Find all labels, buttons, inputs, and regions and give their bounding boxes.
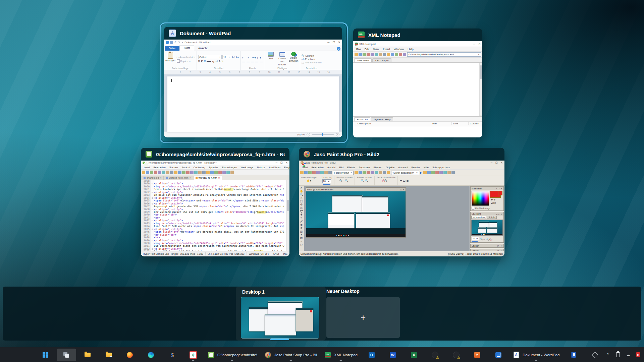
tab-error-list[interactable]: Error List [354,117,370,121]
xml-menu-insert[interactable]: Insert [381,47,392,51]
taskbar-edge[interactable] [141,349,161,361]
taskbar-frame-app[interactable] [489,349,508,361]
minimize-button[interactable]: ─ [327,41,329,44]
psp-stop-icon[interactable] [447,171,451,174]
psp-save-icon[interactable] [316,171,320,174]
increase-indent-icon[interactable]: ⇥≡ [247,56,251,59]
save-icon[interactable] [170,41,173,44]
taskbar-file-explorer[interactable] [78,349,97,361]
psp-menu-bearbeiten[interactable]: Bearbeiten [310,166,325,169]
npp-close-icon[interactable] [158,171,161,174]
taskbar-onedrive-folder[interactable]: ☁ [99,349,118,361]
xml-redo-icon[interactable] [371,53,374,56]
psp-menu-effekte[interactable]: Effekte [345,166,357,169]
xml-nudge-down-icon[interactable] [395,53,398,56]
taskview-window-wordpad[interactable]: A Dokument - WordPad ↶ ↷ ▼ Dokument - Wo… [164,27,342,137]
npp-menu-bearbeiten[interactable]: Bearbeiten [152,166,167,169]
tool-freehand-icon[interactable]: ➰ [300,210,303,213]
taskbar-formula-app[interactable]: ψ [183,349,203,361]
align-right-icon[interactable] [251,60,254,62]
col-column[interactable]: Column [468,122,479,125]
npp-save-icon[interactable] [150,171,153,174]
script-select-dropdown[interactable]: <Skript auswählen>▼ [391,171,419,175]
xml-menu-edit[interactable]: Edit [363,47,371,51]
tool-crop-icon[interactable]: ⬚ [300,200,303,203]
tool-selection-icon[interactable]: ▭ [300,206,303,209]
insert-object-button[interactable]: Objekt einfügen [288,52,299,66]
cut-button[interactable]: ✂Ausschneiden [177,56,195,59]
background-color-swatch[interactable] [498,191,502,195]
npp-tab-wprosa-fq-n-htm[interactable]: wprosa_fq-n.htm✕ [194,176,222,180]
wordpad-quick-access-toolbar[interactable]: ↶ ↷ ▼ [166,41,183,44]
psp-script-output-icon[interactable] [435,171,439,174]
col-line[interactable]: Line [451,122,458,125]
gdata-shield-icon[interactable]: G [635,352,641,358]
psp-colors-icon[interactable] [359,171,362,174]
col-description[interactable]: Description [356,122,371,125]
zoom-inout-group[interactable]: Ein-/Auszoomen 🔍₋ 🔍₊ [334,176,355,185]
tab-ansicht[interactable]: Ansicht [194,46,212,51]
xml-menu-view[interactable]: View [371,47,381,51]
run-script-icon[interactable]: ▶ [420,171,422,174]
overview-zoom-in-icon[interactable]: 🔍₊ [486,238,490,241]
taskbar-xmlnotepad[interactable]: XML Notepad [321,349,360,361]
npp-zoom-in-icon[interactable] [198,171,202,174]
npp-tab-change-log[interactable]: change.log✕ [142,176,164,180]
xml-paste-icon[interactable] [383,53,386,56]
psp-thumb-header[interactable]: Jasc Paint Shop Pro - Bild2 [299,148,504,161]
scrollbar-vertical[interactable]: ▲ ▼ [479,63,482,116]
font-size-combo[interactable]: 11▼ [222,55,231,59]
taskbar-outlook[interactable]: O [362,349,381,361]
xml-nudge-up-icon[interactable] [391,53,394,56]
npp-find-icon[interactable] [190,171,194,174]
xml-address-combo[interactable]: G:\cmh\wprdaten\arbeit\exfwprasv.xml▼ [407,52,481,57]
scrollbar-thumb[interactable] [287,200,289,211]
tool-dropper-icon[interactable]: ✒ [300,217,303,220]
psp-redo-icon[interactable] [328,171,332,174]
npp-new-file-icon[interactable] [142,171,145,174]
close-button[interactable]: ✕ [478,42,481,46]
panel-buttons[interactable]: ▪ 🗗 ▫ ✕ [496,245,502,247]
tab-tree-view[interactable]: Tree View [354,58,372,62]
subscript-icon[interactable]: x₂ [212,60,214,63]
actual-size-group[interactable]: Tatsächliche Größe ⃠🔍 [375,176,398,185]
npp-doc-map-icon[interactable] [230,171,234,174]
taskbar-excel[interactable]: X [404,349,424,361]
voreinstellungen-group[interactable]: Voreinstellungen ✋▾ [299,176,319,185]
npp-zoom-out-icon[interactable] [202,171,206,174]
npp-show-all-chars-icon[interactable] [210,171,214,174]
npp-copy-icon[interactable] [174,171,177,174]
psp-print-icon[interactable] [320,171,324,174]
fold-marker[interactable]: ⊟ [151,228,154,231]
shrink-font-icon[interactable]: A˅ [236,56,239,59]
psp-menu-fenster[interactable]: Fenster [410,166,422,169]
tab-datei[interactable]: Datei [165,46,179,51]
psp-enhance-icon[interactable] [355,171,358,174]
taskbar-paintshoppro[interactable]: Jasc Paint Shop Pro - Bil [262,349,320,361]
xml-menu-file[interactable]: File [355,47,363,51]
panel-buttons[interactable]: ▪ ─ ▫ ✕ [496,187,502,190]
npp-open-folder-icon[interactable] [146,171,149,174]
psp-undo-icon[interactable] [324,171,328,174]
zoom-in-icon[interactable]: + [336,133,339,136]
close-button[interactable]: ✕ [501,161,503,164]
tool-magic-wand-icon[interactable]: ✱ [300,213,303,216]
npp-menu-werkzeuge[interactable]: Werkzeuge [239,166,255,169]
close-button[interactable]: ✕ [286,161,288,164]
fold-marker[interactable]: ⊟ [151,197,154,199]
minimize-button[interactable]: ─ [468,42,470,46]
psp-open-icon[interactable] [304,171,308,174]
replace-button[interactable]: abErsetzen [302,58,322,61]
npp-menu-makros[interactable]: Makros [255,166,267,169]
tool-preset-shapes-icon[interactable]: ⬡ [300,243,303,246]
new-desktop-label[interactable]: Neuer Desktop [326,289,360,294]
taskbar-start[interactable] [36,349,55,361]
npp-indent-guide-icon[interactable] [214,171,218,174]
npp-macro-record-icon[interactable] [218,171,222,174]
italic-icon[interactable]: K [201,60,203,63]
redo-icon[interactable]: ↷ [178,41,180,44]
strikethrough-icon[interactable]: abc [207,60,211,63]
scrollbar-vertical[interactable] [286,180,289,251]
psp-step-icon[interactable] [451,171,455,174]
qat-dropdown-icon[interactable]: ▼ [181,41,183,43]
